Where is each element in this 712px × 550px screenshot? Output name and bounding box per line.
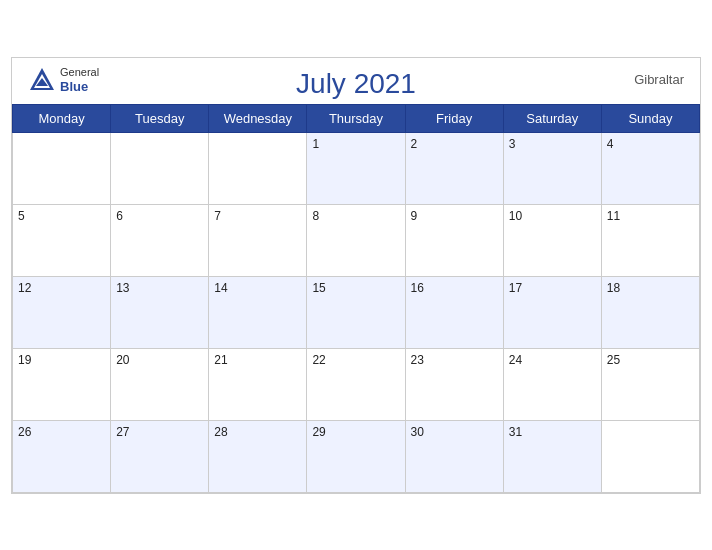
day-number: 1	[312, 137, 319, 151]
calendar-container: General Blue July 2021 Gibraltar Monday …	[11, 57, 701, 494]
day-number: 26	[18, 425, 31, 439]
day-number: 6	[116, 209, 123, 223]
calendar-cell: 30	[405, 420, 503, 492]
calendar-cell: 28	[209, 420, 307, 492]
logo-text: General Blue	[60, 66, 99, 95]
logo-blue: Blue	[60, 79, 99, 95]
calendar-cell: 3	[503, 132, 601, 204]
header-saturday: Saturday	[503, 104, 601, 132]
calendar-cell: 23	[405, 348, 503, 420]
day-number: 8	[312, 209, 319, 223]
day-number: 24	[509, 353, 522, 367]
calendar-cell: 1	[307, 132, 405, 204]
calendar-body: 1234567891011121314151617181920212223242…	[13, 132, 700, 492]
calendar-week-5: 262728293031	[13, 420, 700, 492]
calendar-cell: 9	[405, 204, 503, 276]
calendar-cell: 18	[601, 276, 699, 348]
calendar-table: Monday Tuesday Wednesday Thursday Friday…	[12, 104, 700, 493]
calendar-cell: 26	[13, 420, 111, 492]
calendar-cell: 21	[209, 348, 307, 420]
day-number: 4	[607, 137, 614, 151]
calendar-cell: 16	[405, 276, 503, 348]
calendar-cell: 22	[307, 348, 405, 420]
header-tuesday: Tuesday	[111, 104, 209, 132]
calendar-cell: 8	[307, 204, 405, 276]
day-number: 5	[18, 209, 25, 223]
calendar-week-4: 19202122232425	[13, 348, 700, 420]
calendar-week-1: 1234	[13, 132, 700, 204]
calendar-cell	[601, 420, 699, 492]
day-number: 9	[411, 209, 418, 223]
day-number: 16	[411, 281, 424, 295]
day-number: 20	[116, 353, 129, 367]
day-number: 18	[607, 281, 620, 295]
header-wednesday: Wednesday	[209, 104, 307, 132]
day-number: 10	[509, 209, 522, 223]
header-thursday: Thursday	[307, 104, 405, 132]
day-number: 13	[116, 281, 129, 295]
day-number: 23	[411, 353, 424, 367]
calendar-cell: 11	[601, 204, 699, 276]
calendar-cell: 12	[13, 276, 111, 348]
calendar-cell: 31	[503, 420, 601, 492]
calendar-cell: 19	[13, 348, 111, 420]
calendar-thead: Monday Tuesday Wednesday Thursday Friday…	[13, 104, 700, 132]
day-number: 15	[312, 281, 325, 295]
header-friday: Friday	[405, 104, 503, 132]
day-number: 7	[214, 209, 221, 223]
calendar-cell	[111, 132, 209, 204]
day-number: 19	[18, 353, 31, 367]
calendar-cell: 29	[307, 420, 405, 492]
day-number: 22	[312, 353, 325, 367]
calendar-cell: 24	[503, 348, 601, 420]
calendar-cell: 13	[111, 276, 209, 348]
day-number: 14	[214, 281, 227, 295]
calendar-cell: 25	[601, 348, 699, 420]
day-number: 21	[214, 353, 227, 367]
calendar-cell: 7	[209, 204, 307, 276]
calendar-cell: 2	[405, 132, 503, 204]
calendar-cell: 14	[209, 276, 307, 348]
calendar-cell: 4	[601, 132, 699, 204]
calendar-week-2: 567891011	[13, 204, 700, 276]
calendar-cell: 5	[13, 204, 111, 276]
calendar-cell: 17	[503, 276, 601, 348]
day-number: 3	[509, 137, 516, 151]
logo-general: General	[60, 66, 99, 79]
logo-icon	[28, 66, 56, 94]
header-monday: Monday	[13, 104, 111, 132]
day-number: 11	[607, 209, 620, 223]
calendar-cell: 27	[111, 420, 209, 492]
day-number: 25	[607, 353, 620, 367]
calendar-header: General Blue July 2021 Gibraltar	[12, 58, 700, 104]
calendar-cell	[209, 132, 307, 204]
day-number: 17	[509, 281, 522, 295]
weekday-header-row: Monday Tuesday Wednesday Thursday Friday…	[13, 104, 700, 132]
calendar-cell: 10	[503, 204, 601, 276]
calendar-title: July 2021	[28, 68, 684, 100]
logo-area: General Blue	[28, 66, 99, 95]
day-number: 12	[18, 281, 31, 295]
day-number: 28	[214, 425, 227, 439]
day-number: 29	[312, 425, 325, 439]
day-number: 2	[411, 137, 418, 151]
calendar-week-3: 12131415161718	[13, 276, 700, 348]
calendar-cell: 15	[307, 276, 405, 348]
day-number: 30	[411, 425, 424, 439]
region-label: Gibraltar	[634, 72, 684, 87]
calendar-cell: 20	[111, 348, 209, 420]
day-number: 31	[509, 425, 522, 439]
calendar-cell: 6	[111, 204, 209, 276]
day-number: 27	[116, 425, 129, 439]
header-sunday: Sunday	[601, 104, 699, 132]
calendar-cell	[13, 132, 111, 204]
